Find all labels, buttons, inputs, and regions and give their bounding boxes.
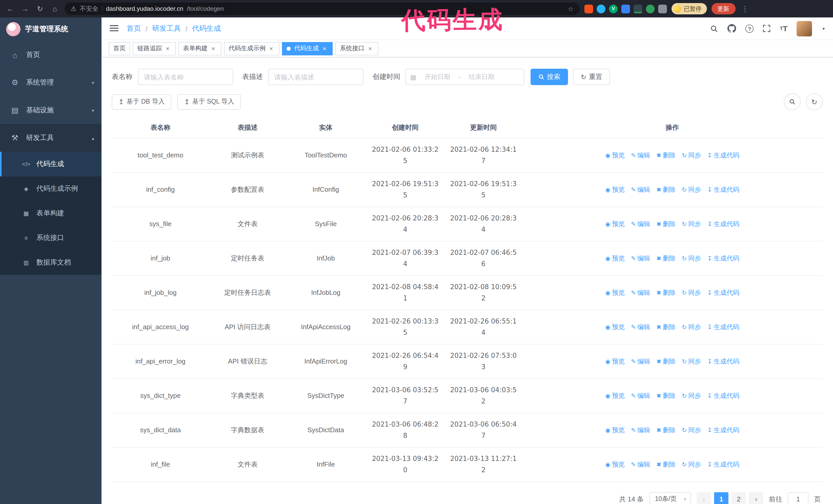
sync-link[interactable]: ↻同步 [682,392,701,399]
goto-page-input[interactable] [788,492,808,504]
delete-link[interactable]: ✖删除 [657,151,675,159]
import-db-button[interactable]: ↥ 基于 DB 导入 [112,94,171,110]
preview-link[interactable]: ◉预览 [605,255,625,262]
tab-form-builder[interactable]: 表单构建 × [178,42,221,55]
sidebar-item-dev-tools[interactable]: ⚒ 研发工具 ▴ [0,124,101,152]
tab-trace[interactable]: 链路追踪 × [133,42,176,55]
drop-extension-icon[interactable] [597,4,605,13]
breadcrumb-dev-tools[interactable]: 研发工具 [152,24,181,33]
menu-dots-icon[interactable]: ⋮ [740,5,750,13]
puzzle-extension-icon[interactable] [658,4,667,13]
app-logo[interactable]: 芋道管理系统 [0,18,101,41]
end-date-input[interactable] [462,73,501,81]
url-bar[interactable]: ⚠ 不安全 dashboard.yudao.iocoder.cn/tool/co… [65,3,580,15]
edit-link[interactable]: ✎编辑 [631,151,650,159]
search-icon[interactable] [710,24,718,32]
import-sql-button[interactable]: ↥ 基于 SQL 导入 [177,94,241,110]
edit-link[interactable]: ✎编辑 [631,461,650,468]
close-icon[interactable]: × [268,45,275,52]
delete-link[interactable]: ✖删除 [657,358,675,365]
font-size-icon[interactable]: TT [780,24,788,33]
sync-link[interactable]: ↻同步 [682,255,701,262]
close-icon[interactable]: × [366,45,374,52]
browser-home-icon[interactable]: ⌂ [50,5,60,13]
generate-code-link[interactable]: ↧生成代码 [707,392,739,399]
generate-code-link[interactable]: ↧生成代码 [707,255,739,262]
security-warning-label[interactable]: 不安全 [80,4,98,13]
preview-link[interactable]: ◉预览 [605,426,625,433]
generate-code-link[interactable]: ↧生成代码 [707,289,739,296]
close-icon[interactable]: × [321,45,328,52]
preview-link[interactable]: ◉预览 [605,186,625,193]
generate-code-link[interactable]: ↧生成代码 [707,186,739,193]
profile-chip[interactable]: 已暂停 [671,3,707,14]
generate-code-link[interactable]: ↧生成代码 [707,151,739,159]
preview-link[interactable]: ◉预览 [605,323,625,331]
tab-system-api[interactable]: 系统接口 × [335,42,378,55]
generate-code-link[interactable]: ↧生成代码 [707,461,739,468]
v-circle-extension-icon[interactable]: V [609,4,618,13]
start-date-input[interactable] [419,73,456,81]
sidebar-item-system-mgmt[interactable]: ⚙ 系统管理 ▾ [0,69,101,96]
page-size-select[interactable]: 10条/页 ▾ [649,492,691,504]
sidebar-item-codegen[interactable]: </> 代码生成 [0,152,101,176]
sync-link[interactable]: ↻同步 [682,426,701,433]
avatar[interactable] [797,21,812,36]
close-icon[interactable]: × [210,45,217,52]
sync-link[interactable]: ↻同步 [682,289,701,296]
hamburger-icon[interactable] [110,25,118,32]
breadcrumb-codegen[interactable]: 代码生成 [192,24,221,33]
edit-link[interactable]: ✎编辑 [631,289,650,296]
generate-code-link[interactable]: ↧生成代码 [707,220,739,227]
back-icon[interactable]: ← [5,5,15,13]
reset-button[interactable]: ↻ 重置 [573,69,610,85]
sync-link[interactable]: ↻同步 [682,358,701,365]
preview-link[interactable]: ◉预览 [605,461,625,468]
generate-code-link[interactable]: ↧生成代码 [707,426,739,433]
preview-link[interactable]: ◉预览 [605,358,625,365]
flame-extension-icon[interactable] [585,4,593,13]
search-button[interactable]: 搜索 [530,69,568,85]
close-icon[interactable]: × [164,45,171,52]
preview-link[interactable]: ◉预览 [605,151,625,159]
toggle-search-button[interactable] [784,93,801,110]
generate-code-link[interactable]: ↧生成代码 [707,358,739,365]
edit-link[interactable]: ✎编辑 [631,358,650,365]
tab-codegen[interactable]: 代码生成 × [282,42,333,55]
leaf-extension-icon[interactable] [646,4,654,13]
sync-link[interactable]: ↻同步 [682,461,701,468]
chevron-down-icon[interactable]: ▾ [823,26,825,31]
tab-codegen-example[interactable]: 代码生成示例 × [224,42,279,55]
forward-icon[interactable]: → [20,5,30,13]
edit-link[interactable]: ✎编辑 [631,392,650,399]
preview-link[interactable]: ◉预览 [605,289,625,296]
generate-code-link[interactable]: ↧生成代码 [707,323,739,331]
table-desc-input[interactable] [268,69,363,85]
delete-link[interactable]: ✖删除 [657,255,675,262]
sync-link[interactable]: ↻同步 [682,186,701,193]
edit-link[interactable]: ✎编辑 [631,186,650,193]
delete-link[interactable]: ✖删除 [657,461,675,468]
fullscreen-icon[interactable] [763,25,770,32]
reload-icon[interactable]: ↻ [35,5,45,13]
breadcrumb-home[interactable]: 首页 [127,24,141,33]
update-button[interactable]: 更新 [711,3,735,14]
sync-link[interactable]: ↻同步 [682,220,701,227]
delete-link[interactable]: ✖删除 [657,289,675,296]
date-range-picker[interactable]: ▦ - [405,69,524,85]
tab-home[interactable]: 首页 [109,42,130,55]
refresh-table-button[interactable]: ↻ [806,93,823,110]
group-extension-icon[interactable] [621,4,630,13]
bookmark-star-icon[interactable]: ☆ [568,5,574,13]
sidebar-item-system-api[interactable]: ≡ 系统接口 [0,225,101,250]
preview-link[interactable]: ◉预览 [605,392,625,399]
sidebar-item-form-builder[interactable]: ▦ 表单构建 [0,201,101,225]
sync-link[interactable]: ↻同步 [682,151,701,159]
page-1-button[interactable]: 1 [714,492,729,504]
preview-link[interactable]: ◉预览 [605,220,625,227]
sync-link[interactable]: ↻同步 [682,323,701,331]
table-name-input[interactable] [138,69,233,85]
next-page-button[interactable]: › [749,492,763,504]
edit-link[interactable]: ✎编辑 [631,220,650,227]
sidebar-item-infrastructure[interactable]: ▤ 基础设施 ▾ [0,96,101,124]
